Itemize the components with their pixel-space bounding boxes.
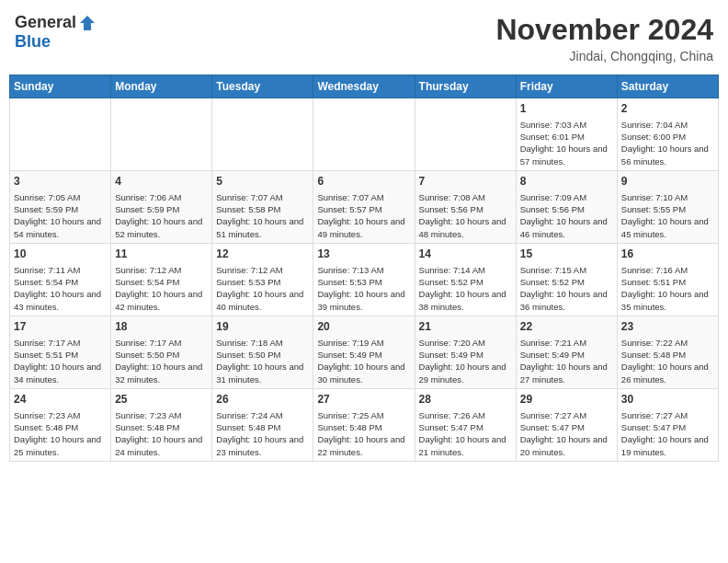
calendar-day-cell: 14Sunrise: 7:14 AMSunset: 5:52 PMDayligh…: [415, 243, 516, 316]
calendar-day-cell: 2Sunrise: 7:04 AMSunset: 6:00 PMDaylight…: [617, 98, 718, 171]
day-info: Sunrise: 7:17 AMSunset: 5:51 PMDaylight:…: [14, 337, 107, 385]
calendar-day-cell: 5Sunrise: 7:07 AMSunset: 5:58 PMDaylight…: [212, 170, 313, 243]
day-info: Sunrise: 7:23 AMSunset: 5:48 PMDaylight:…: [14, 409, 107, 458]
calendar-day-header: Friday: [516, 75, 617, 98]
calendar-day-cell: 13Sunrise: 7:13 AMSunset: 5:53 PMDayligh…: [313, 243, 415, 316]
day-number: 15: [520, 247, 613, 262]
day-info: Sunrise: 7:27 AMSunset: 5:47 PMDaylight:…: [520, 409, 613, 458]
logo: General Blue: [15, 13, 97, 52]
calendar-day-cell: 16Sunrise: 7:16 AMSunset: 5:51 PMDayligh…: [617, 243, 718, 316]
day-number: 10: [14, 247, 107, 262]
day-number: 23: [621, 319, 714, 335]
calendar-day-cell: 24Sunrise: 7:23 AMSunset: 5:48 PMDayligh…: [10, 388, 111, 461]
calendar-week-row: 10Sunrise: 7:11 AMSunset: 5:54 PMDayligh…: [10, 243, 719, 316]
day-number: 16: [621, 247, 714, 262]
calendar-day-cell: 10Sunrise: 7:11 AMSunset: 5:54 PMDayligh…: [10, 243, 111, 316]
day-number: 14: [419, 247, 512, 262]
calendar-day-cell: 15Sunrise: 7:15 AMSunset: 5:52 PMDayligh…: [516, 243, 617, 316]
calendar-day-cell: [111, 98, 212, 171]
calendar-day-cell: 11Sunrise: 7:12 AMSunset: 5:54 PMDayligh…: [111, 243, 212, 316]
calendar-day-cell: 9Sunrise: 7:10 AMSunset: 5:55 PMDaylight…: [617, 170, 718, 243]
calendar-day-cell: 21Sunrise: 7:20 AMSunset: 5:49 PMDayligh…: [415, 316, 516, 388]
calendar-day-cell: 1Sunrise: 7:03 AMSunset: 6:01 PMDaylight…: [516, 98, 617, 171]
day-number: 2: [621, 101, 714, 117]
calendar-week-row: 3Sunrise: 7:05 AMSunset: 5:59 PMDaylight…: [10, 170, 719, 243]
location-subtitle: Jindai, Chongqing, China: [495, 49, 713, 63]
calendar-day-cell: 28Sunrise: 7:26 AMSunset: 5:47 PMDayligh…: [415, 388, 516, 461]
calendar-day-cell: [212, 98, 313, 171]
calendar-day-cell: 19Sunrise: 7:18 AMSunset: 5:50 PMDayligh…: [212, 316, 313, 388]
day-number: 3: [14, 174, 107, 190]
day-number: 28: [419, 392, 512, 408]
logo-icon: [78, 14, 97, 32]
day-info: Sunrise: 7:13 AMSunset: 5:53 PMDaylight:…: [317, 264, 410, 313]
calendar-day-cell: 23Sunrise: 7:22 AMSunset: 5:48 PMDayligh…: [617, 316, 718, 388]
day-number: 20: [317, 319, 410, 335]
calendar-table: SundayMondayTuesdayWednesdayThursdayFrid…: [9, 75, 719, 462]
day-number: 5: [216, 174, 309, 190]
calendar-day-cell: 20Sunrise: 7:19 AMSunset: 5:49 PMDayligh…: [313, 316, 415, 388]
day-info: Sunrise: 7:06 AMSunset: 5:59 PMDaylight:…: [115, 191, 208, 240]
day-number: 25: [115, 392, 208, 408]
day-number: 8: [520, 174, 613, 190]
calendar-day-header: Tuesday: [212, 75, 313, 98]
day-info: Sunrise: 7:21 AMSunset: 5:49 PMDaylight:…: [520, 337, 613, 385]
calendar-day-cell: 6Sunrise: 7:07 AMSunset: 5:57 PMDaylight…: [313, 170, 415, 243]
calendar-week-row: 1Sunrise: 7:03 AMSunset: 6:01 PMDaylight…: [10, 98, 719, 171]
day-info: Sunrise: 7:25 AMSunset: 5:48 PMDaylight:…: [317, 409, 410, 458]
day-number: 11: [115, 247, 208, 262]
calendar-day-header: Monday: [111, 75, 212, 98]
day-info: Sunrise: 7:10 AMSunset: 5:55 PMDaylight:…: [621, 191, 714, 240]
month-title: November 2024: [495, 13, 713, 47]
day-number: 4: [115, 174, 208, 190]
day-number: 6: [317, 174, 410, 190]
day-info: Sunrise: 7:07 AMSunset: 5:57 PMDaylight:…: [317, 191, 410, 240]
day-number: 18: [115, 319, 208, 335]
day-info: Sunrise: 7:27 AMSunset: 5:47 PMDaylight:…: [621, 409, 714, 458]
calendar-day-cell: [313, 98, 415, 171]
day-number: 17: [14, 319, 107, 335]
calendar-day-cell: 25Sunrise: 7:23 AMSunset: 5:48 PMDayligh…: [111, 388, 212, 461]
day-info: Sunrise: 7:11 AMSunset: 5:54 PMDaylight:…: [14, 264, 107, 313]
day-number: 12: [216, 247, 309, 262]
day-number: 30: [621, 392, 714, 408]
page-header: General Blue November 2024 Jindai, Chong…: [9, 9, 719, 67]
day-info: Sunrise: 7:26 AMSunset: 5:47 PMDaylight:…: [419, 409, 512, 458]
svg-marker-0: [80, 16, 95, 30]
day-info: Sunrise: 7:12 AMSunset: 5:53 PMDaylight:…: [216, 264, 309, 313]
day-info: Sunrise: 7:20 AMSunset: 5:49 PMDaylight:…: [419, 337, 512, 385]
day-info: Sunrise: 7:15 AMSunset: 5:52 PMDaylight:…: [520, 264, 613, 313]
calendar-day-cell: 8Sunrise: 7:09 AMSunset: 5:56 PMDaylight…: [516, 170, 617, 243]
day-info: Sunrise: 7:14 AMSunset: 5:52 PMDaylight:…: [419, 264, 512, 313]
day-info: Sunrise: 7:17 AMSunset: 5:50 PMDaylight:…: [115, 337, 208, 385]
day-info: Sunrise: 7:24 AMSunset: 5:48 PMDaylight:…: [216, 409, 309, 458]
calendar-day-header: Thursday: [415, 75, 516, 98]
calendar-day-cell: [415, 98, 516, 171]
day-info: Sunrise: 7:07 AMSunset: 5:58 PMDaylight:…: [216, 191, 309, 240]
day-number: 7: [419, 174, 512, 190]
day-number: 29: [520, 392, 613, 408]
day-number: 9: [621, 174, 714, 190]
calendar-day-cell: 3Sunrise: 7:05 AMSunset: 5:59 PMDaylight…: [10, 170, 111, 243]
calendar-week-row: 17Sunrise: 7:17 AMSunset: 5:51 PMDayligh…: [10, 316, 719, 388]
day-number: 19: [216, 319, 309, 335]
day-number: 13: [317, 247, 410, 262]
day-info: Sunrise: 7:05 AMSunset: 5:59 PMDaylight:…: [14, 191, 107, 240]
calendar-day-cell: 27Sunrise: 7:25 AMSunset: 5:48 PMDayligh…: [313, 388, 415, 461]
title-block: November 2024 Jindai, Chongqing, China: [495, 13, 713, 63]
day-info: Sunrise: 7:22 AMSunset: 5:48 PMDaylight:…: [621, 337, 714, 385]
day-info: Sunrise: 7:12 AMSunset: 5:54 PMDaylight:…: [115, 264, 208, 313]
day-number: 21: [419, 319, 512, 335]
calendar-day-header: Saturday: [617, 75, 718, 98]
calendar-day-cell: 30Sunrise: 7:27 AMSunset: 5:47 PMDayligh…: [617, 388, 718, 461]
logo-general-text: General: [15, 13, 76, 32]
day-info: Sunrise: 7:16 AMSunset: 5:51 PMDaylight:…: [621, 264, 714, 313]
day-number: 26: [216, 392, 309, 408]
calendar-day-cell: 12Sunrise: 7:12 AMSunset: 5:53 PMDayligh…: [212, 243, 313, 316]
day-info: Sunrise: 7:09 AMSunset: 5:56 PMDaylight:…: [520, 191, 613, 240]
day-number: 1: [520, 101, 613, 117]
calendar-day-cell: 18Sunrise: 7:17 AMSunset: 5:50 PMDayligh…: [111, 316, 212, 388]
calendar-week-row: 24Sunrise: 7:23 AMSunset: 5:48 PMDayligh…: [10, 388, 719, 461]
calendar-day-header: Wednesday: [313, 75, 415, 98]
calendar-day-cell: 17Sunrise: 7:17 AMSunset: 5:51 PMDayligh…: [10, 316, 111, 388]
